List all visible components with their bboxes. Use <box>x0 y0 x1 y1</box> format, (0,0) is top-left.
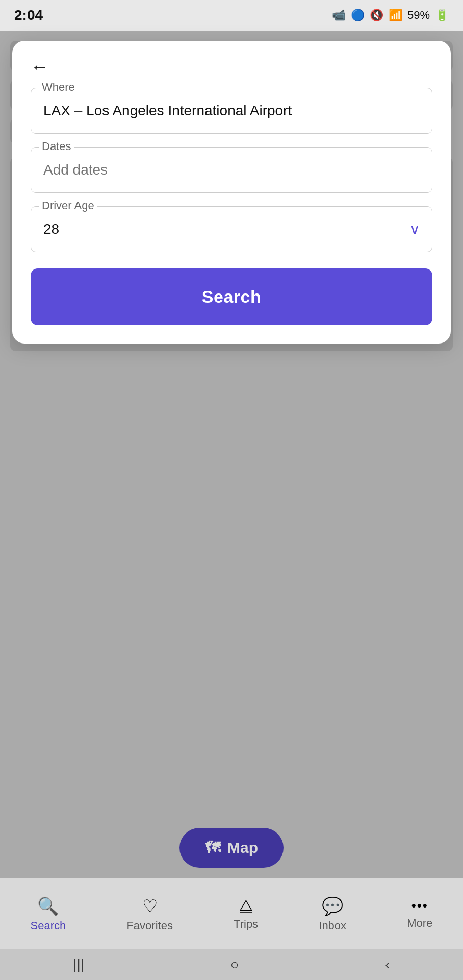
status-time: 2:04 <box>14 7 43 23</box>
where-field-group: Where <box>31 88 432 134</box>
where-label: Where <box>39 81 78 94</box>
mute-icon: 🔇 <box>370 9 383 22</box>
modal-overlay: ← Where Dates Driver Age ∨ Search <box>0 31 463 980</box>
battery-indicator: 59% <box>407 9 430 22</box>
status-icons: 📹 🔵 🔇 📶 59% 🔋 <box>332 9 449 22</box>
signal-icon: 📶 <box>389 9 402 22</box>
battery-icon: 🔋 <box>435 9 449 22</box>
status-bar: 2:04 📹 🔵 🔇 📶 59% 🔋 <box>0 0 463 31</box>
where-input[interactable] <box>31 88 432 134</box>
driver-age-label: Driver Age <box>39 199 97 212</box>
back-button[interactable]: ← <box>31 56 49 78</box>
driver-age-select-wrapper: ∨ <box>31 206 432 252</box>
search-button[interactable]: Search <box>31 268 432 325</box>
dates-label: Dates <box>39 140 74 153</box>
dates-input[interactable] <box>31 147 432 193</box>
driver-age-field-group: Driver Age ∨ <box>31 206 432 252</box>
bluetooth-icon: 🔵 <box>351 9 365 22</box>
video-icon: 📹 <box>332 9 346 22</box>
search-modal: ← Where Dates Driver Age ∨ Search <box>12 41 451 344</box>
driver-age-input[interactable] <box>31 206 432 252</box>
dates-field-group: Dates <box>31 147 432 193</box>
